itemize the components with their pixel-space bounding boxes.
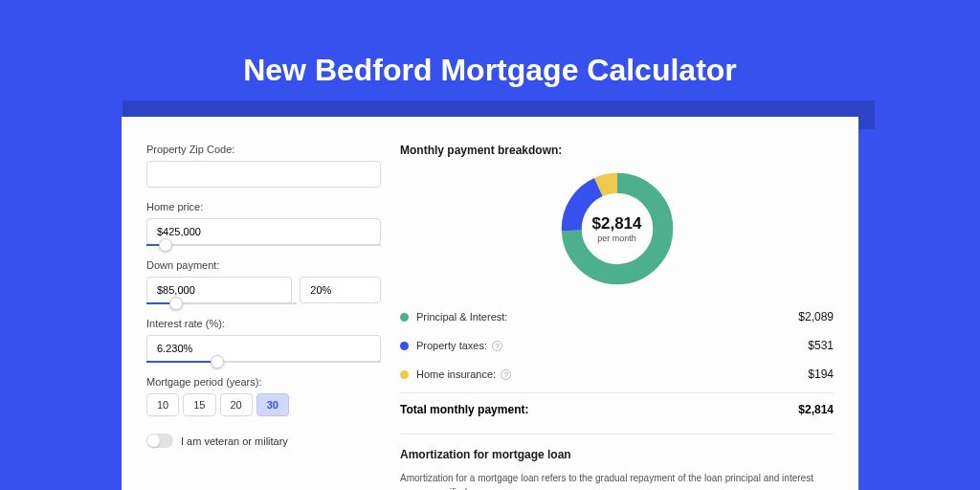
form-column: Property Zip Code: Home price: Down paym… [146, 144, 381, 490]
legend: Principal & Interest:$2,089Property taxe… [400, 302, 834, 389]
interest-label: Interest rate (%): [146, 318, 381, 329]
interest-slider[interactable] [146, 361, 381, 363]
interest-input[interactable] [146, 335, 381, 362]
calculator-card: Property Zip Code: Home price: Down paym… [122, 117, 858, 490]
breakdown-title: Monthly payment breakdown: [400, 144, 834, 157]
group-interest: Interest rate (%): [146, 318, 381, 363]
zip-input[interactable] [146, 161, 381, 188]
downpayment-label: Down payment: [146, 259, 381, 271]
legend-dot-icon [400, 370, 409, 379]
homeprice-label: Home price: [146, 201, 381, 212]
legend-label: Home insurance:? [416, 368, 808, 380]
group-period: Mortgage period (years): 10152030 [146, 376, 381, 416]
donut-center-amount: $2,814 [592, 214, 642, 234]
veteran-toggle[interactable] [146, 434, 173, 448]
legend-dot-icon [400, 342, 409, 350]
downpayment-pct-input[interactable] [300, 277, 381, 303]
group-homeprice: Home price: [146, 201, 381, 246]
page-title: New Bedford Mortgage Calculator [0, 0, 980, 117]
downpayment-slider[interactable] [146, 302, 297, 304]
slider-thumb-icon[interactable] [211, 355, 224, 368]
breakdown-column: Monthly payment breakdown: $2,814 per mo… [381, 144, 834, 490]
homeprice-slider[interactable] [146, 244, 381, 246]
donut-center-sub: per month [597, 234, 636, 243]
legend-label: Principal & Interest: [416, 311, 798, 323]
help-icon[interactable]: ? [501, 369, 511, 380]
group-downpayment: Down payment: [146, 259, 381, 304]
help-icon[interactable]: ? [492, 341, 502, 351]
legend-dot-icon [400, 313, 409, 322]
total-label: Total monthly payment: [400, 403, 798, 416]
legend-row-0: Principal & Interest:$2,089 [400, 302, 834, 331]
legend-label: Property taxes:? [416, 340, 808, 351]
period-button-30[interactable]: 30 [256, 393, 289, 416]
veteran-toggle-row: I am veteran or military [146, 434, 381, 448]
period-button-row: 10152030 [146, 393, 381, 416]
donut-chart-wrap: $2,814 per month [400, 168, 834, 289]
period-label: Mortgage period (years): [146, 376, 381, 388]
downpayment-input[interactable] [146, 277, 292, 303]
legend-value: $194 [808, 368, 834, 381]
legend-value: $531 [808, 339, 834, 352]
legend-row-2: Home insurance:?$194 [400, 360, 834, 389]
amortization-body: Amortization for a mortgage loan refers … [400, 471, 834, 490]
group-zip: Property Zip Code: [146, 144, 381, 188]
legend-row-1: Property taxes:?$531 [400, 331, 834, 360]
zip-label: Property Zip Code: [146, 144, 381, 155]
amortization-section: Amortization for mortgage loan Amortizat… [400, 434, 834, 490]
slider-thumb-icon[interactable] [169, 297, 183, 310]
total-value: $2,814 [798, 403, 834, 416]
period-button-20[interactable]: 20 [220, 393, 253, 416]
slider-thumb-icon[interactable] [159, 238, 172, 252]
homeprice-input[interactable] [146, 218, 381, 245]
period-button-10[interactable]: 10 [146, 393, 179, 416]
legend-value: $2,089 [798, 310, 834, 323]
donut-chart: $2,814 per month [557, 168, 678, 289]
period-button-15[interactable]: 15 [183, 393, 215, 416]
donut-center: $2,814 per month [557, 168, 678, 289]
veteran-label: I am veteran or military [181, 435, 288, 447]
legend-total-row: Total monthly payment: $2,814 [400, 392, 834, 416]
amortization-title: Amortization for mortgage loan [400, 448, 834, 461]
